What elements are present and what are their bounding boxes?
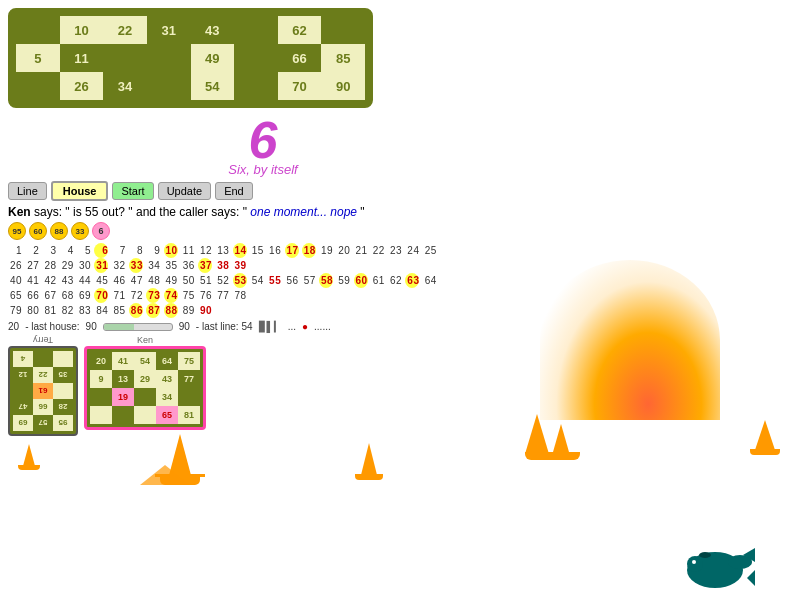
top-card-table: 10 22 31 43 62 5 11 49 66 85 (16, 16, 365, 100)
num: 69 (77, 288, 91, 303)
status-says: says: " (34, 205, 70, 219)
num: 48 (146, 273, 160, 288)
game-panel: 10 22 31 43 62 5 11 49 66 85 (8, 8, 438, 436)
table-row: 4 (13, 351, 73, 367)
num: 34 (146, 258, 160, 273)
cell: 31 (147, 16, 191, 44)
table-row: 61 (13, 383, 73, 399)
big-number: 6 (88, 114, 438, 166)
num-called: 14 (233, 243, 247, 258)
num-called: 39 (233, 258, 247, 273)
progress-fill (104, 324, 135, 330)
cell: 54 (191, 72, 235, 100)
start-button[interactable]: Start (112, 182, 153, 200)
table-row: 10 22 31 43 62 (16, 16, 365, 44)
cell: 43 (191, 16, 235, 44)
cell: 75 (178, 352, 200, 370)
num: 5 (77, 243, 91, 258)
num: 24 (405, 243, 419, 258)
svg-point-1 (687, 556, 703, 572)
num: 36 (181, 258, 195, 273)
last-line-label: - last line: 54 (196, 321, 253, 332)
table-row: 26 34 54 70 90 (16, 72, 365, 100)
cell: 11 (60, 44, 104, 72)
current-number-display: 6 Six, by itself (88, 114, 438, 177)
terry-table: 95 57 69 28 66 47 61 (13, 351, 73, 431)
cell (134, 388, 156, 406)
cell: 34 (156, 388, 178, 406)
num: 89 (181, 303, 195, 318)
top-bingo-card: 10 22 31 43 62 5 11 49 66 85 (8, 8, 373, 108)
table-row: 95 57 69 (13, 415, 73, 431)
num: 61 (371, 273, 385, 288)
status-answer: one moment... nope (250, 205, 357, 219)
num-called: 73 (146, 288, 160, 303)
num: 27 (25, 258, 39, 273)
num: 84 (94, 303, 108, 318)
cell: 90 (321, 72, 365, 100)
num: 71 (112, 288, 126, 303)
badge-95: 95 (8, 222, 26, 240)
svg-point-6 (699, 552, 711, 558)
cell (321, 16, 365, 44)
cell (16, 16, 60, 44)
ken-card-wrapper: Ken 20 41 54 64 75 9 13 29 (84, 335, 206, 430)
cell: 57 (33, 415, 53, 431)
cell: 29 (134, 370, 156, 388)
num-called: 60 (354, 273, 368, 288)
dots: ...... (314, 321, 331, 332)
table-row: 9 13 29 43 77 (90, 370, 200, 388)
cell (147, 44, 191, 72)
num: 12 (198, 243, 212, 258)
cell (53, 383, 73, 399)
num: 64 (423, 273, 437, 288)
cell (134, 406, 156, 424)
num-called: 87 (146, 303, 160, 318)
player-cards-area: 95 57 69 28 66 47 61 (8, 335, 438, 436)
num: 51 (198, 273, 212, 288)
house-button[interactable]: House (51, 181, 109, 201)
cell: 26 (60, 72, 104, 100)
caller-name: Ken (8, 205, 31, 219)
hill-1 (140, 465, 190, 485)
row-number: 20 (8, 321, 19, 332)
end-button[interactable]: End (215, 182, 253, 200)
num: 67 (43, 288, 57, 303)
cell (90, 406, 112, 424)
cell (234, 16, 278, 44)
bar-chart-icon: ▊▌▎ (259, 321, 282, 332)
num: 65 (8, 288, 22, 303)
badge-60: 60 (29, 222, 47, 240)
cell: 69 (13, 415, 33, 431)
controls-bar: Line House Start Update End (8, 181, 438, 201)
last-house-end: 90 (179, 321, 190, 332)
cell: 34 (103, 72, 147, 100)
num: 56 (285, 273, 299, 288)
num: 46 (112, 273, 126, 288)
update-button[interactable]: Update (158, 182, 211, 200)
num: 42 (43, 273, 57, 288)
cell: 47 (13, 399, 33, 415)
cell: 54 (134, 352, 156, 370)
cell (234, 44, 278, 72)
ken-table: 20 41 54 64 75 9 13 29 43 77 (90, 352, 200, 424)
terry-label: Terry (8, 335, 78, 345)
cell: 41 (112, 352, 134, 370)
line-button[interactable]: Line (8, 182, 47, 200)
num: 3 (43, 243, 57, 258)
status-question: is 55 out? (73, 205, 125, 219)
num: 49 (164, 273, 178, 288)
num: 15 (250, 243, 264, 258)
badge-6: 6 (92, 222, 110, 240)
num: 21 (354, 243, 368, 258)
num: 41 (25, 273, 39, 288)
num: 81 (43, 303, 57, 318)
cell: 43 (156, 370, 178, 388)
num-called: 33 (129, 258, 143, 273)
num: 77 (215, 288, 229, 303)
cell (103, 44, 147, 72)
num: 75 (181, 288, 195, 303)
num-called: 18 (302, 243, 316, 258)
cell: 10 (60, 16, 104, 44)
cell: 49 (191, 44, 235, 72)
